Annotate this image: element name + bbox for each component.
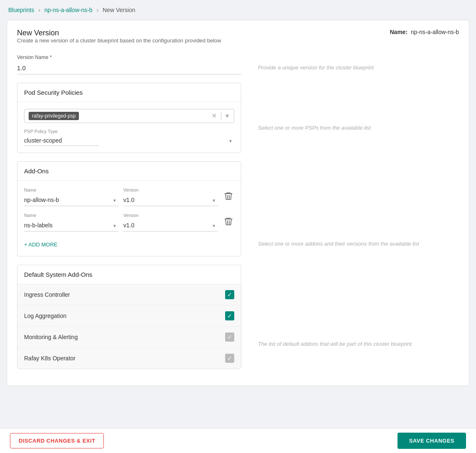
addon-version-field-1: Version v1.0 xyxy=(123,187,218,206)
addon-name-select-1[interactable]: np-allow-ns-b xyxy=(24,194,118,206)
addon-version-select-1[interactable]: v1.0 xyxy=(123,194,218,206)
default-addons-section: Default System Add-Ons Ingress Controlle… xyxy=(17,265,241,369)
psp-clear-button[interactable]: ✕ xyxy=(211,113,218,119)
psp-tag: rafay-privileged-psp xyxy=(29,112,79,120)
page-title: New Version xyxy=(17,29,221,37)
name-label-text: Name: xyxy=(390,29,407,35)
addons-title: Add-Ons xyxy=(17,162,241,181)
breadcrumb-current: New Version xyxy=(103,7,135,13)
form-body: Version Name * Pod Security Policies raf… xyxy=(17,54,459,377)
addon-version-select-wrapper-1: v1.0 xyxy=(123,194,218,206)
main-card: New Version Create a new version of a cl… xyxy=(7,20,469,386)
addons-section: Add-Ons Name np-allow-ns-b xyxy=(17,161,241,256)
breadcrumb-sep-1: › xyxy=(38,7,42,13)
default-addons-hint: The list of default addons that will be … xyxy=(258,341,459,347)
version-name-label: Version Name * xyxy=(17,54,241,60)
breadcrumb-root[interactable]: Blueprints xyxy=(8,7,34,13)
breadcrumb-sep-2: › xyxy=(97,7,101,13)
addon-version-label-1: Version xyxy=(123,187,218,192)
checkbox-monitoring[interactable]: ✓ xyxy=(225,332,234,342)
psp-actions: ✕ ▾ xyxy=(211,112,230,120)
policy-type-label: PSP Policy Type xyxy=(24,129,234,134)
default-addon-item-rafay: Rafay K8s Operator ✓ xyxy=(17,348,241,369)
card-header: New Version Create a new version of a cl… xyxy=(17,29,459,52)
pod-security-body: rafay-privileged-psp ✕ ▾ PSP Policy Type… xyxy=(17,102,241,153)
checkbox-ingress[interactable]: ✓ xyxy=(225,290,234,299)
addon-name-label-1: Name xyxy=(24,187,118,192)
version-name-field: Version Name * xyxy=(17,54,241,74)
addon-delete-button-1[interactable] xyxy=(223,190,234,204)
discard-button[interactable]: DISCARD CHANGES & EXIT xyxy=(10,433,104,448)
addon-version-label-2: Version xyxy=(123,213,218,218)
addons-body: Name np-allow-ns-b Version v xyxy=(17,181,241,256)
default-addon-item-ingress: Ingress Controller ✓ xyxy=(17,284,241,305)
addon-version-select-2[interactable]: v1.0 xyxy=(123,219,218,231)
default-addon-label-rafay: Rafay K8s Operator xyxy=(24,355,76,362)
blueprint-name-value: np-ns-a-allow-ns-b xyxy=(411,29,459,35)
save-button[interactable]: SAVE CHANGES xyxy=(397,433,466,449)
card-header-left: New Version Create a new version of a cl… xyxy=(17,29,221,52)
default-addon-label-ingress: Ingress Controller xyxy=(24,291,70,298)
default-addon-label-monitoring: Monitoring & Alerting xyxy=(24,334,78,340)
default-addons-title: Default System Add-Ons xyxy=(17,265,241,284)
add-more-button[interactable]: + ADD MORE xyxy=(24,240,58,249)
policy-type-row: PSP Policy Type cluster-scoped namespace… xyxy=(24,129,234,146)
version-hint: Provide a unique version for the cluster… xyxy=(258,64,459,71)
form-right: Provide a unique version for the cluster… xyxy=(258,54,459,377)
addon-row-2: Name ns-b-labels Version v1. xyxy=(24,213,234,231)
addon-version-select-wrapper-2: v1.0 xyxy=(123,219,218,231)
psp-divider xyxy=(221,112,221,120)
psp-dropdown-button[interactable]: ▾ xyxy=(225,113,230,119)
addon-name-field-2: Name ns-b-labels xyxy=(24,213,118,231)
addon-row-1: Name np-allow-ns-b Version v xyxy=(24,187,234,206)
policy-type-select-wrapper: cluster-scoped namespace-scoped xyxy=(24,135,234,146)
version-name-input[interactable] xyxy=(17,62,241,74)
blueprint-name-label: Name: np-ns-a-allow-ns-b xyxy=(390,29,459,35)
addon-name-select-wrapper-2: ns-b-labels xyxy=(24,219,118,231)
psp-hint: Select one or more PSPs from the availab… xyxy=(258,125,459,131)
default-addon-item-monitoring: Monitoring & Alerting ✓ xyxy=(17,327,241,348)
checkbox-log[interactable]: ✓ xyxy=(225,311,234,320)
checkbox-rafay[interactable]: ✓ xyxy=(225,354,234,363)
addon-delete-button-2[interactable] xyxy=(223,215,234,230)
pod-security-section: Pod Security Policies rafay-privileged-p… xyxy=(17,83,241,153)
breadcrumb: Blueprints › np-ns-a-allow-ns-b › New Ve… xyxy=(0,0,476,20)
addon-name-select-wrapper-1: np-allow-ns-b xyxy=(24,194,118,206)
pod-security-title: Pod Security Policies xyxy=(17,83,241,102)
breadcrumb-parent[interactable]: np-ns-a-allow-ns-b xyxy=(44,7,93,13)
default-addon-item-log: Log Aggregation ✓ xyxy=(17,305,241,327)
addons-hint: Select one or more addons and their vers… xyxy=(258,241,459,247)
policy-type-select[interactable]: cluster-scoped namespace-scoped xyxy=(24,135,99,146)
addon-name-label-2: Name xyxy=(24,213,118,218)
addon-name-select-2[interactable]: ns-b-labels xyxy=(24,219,118,231)
addon-version-field-2: Version v1.0 xyxy=(123,213,218,231)
psp-select-row[interactable]: rafay-privileged-psp ✕ ▾ xyxy=(24,109,234,123)
form-left: Version Name * Pod Security Policies raf… xyxy=(17,54,241,377)
page-subtitle: Create a new version of a cluster bluepr… xyxy=(17,37,221,44)
addon-name-field-1: Name np-allow-ns-b xyxy=(24,187,118,206)
default-addon-label-log: Log Aggregation xyxy=(24,313,66,319)
footer-bar: DISCARD CHANGES & EXIT SAVE CHANGES xyxy=(0,428,476,453)
